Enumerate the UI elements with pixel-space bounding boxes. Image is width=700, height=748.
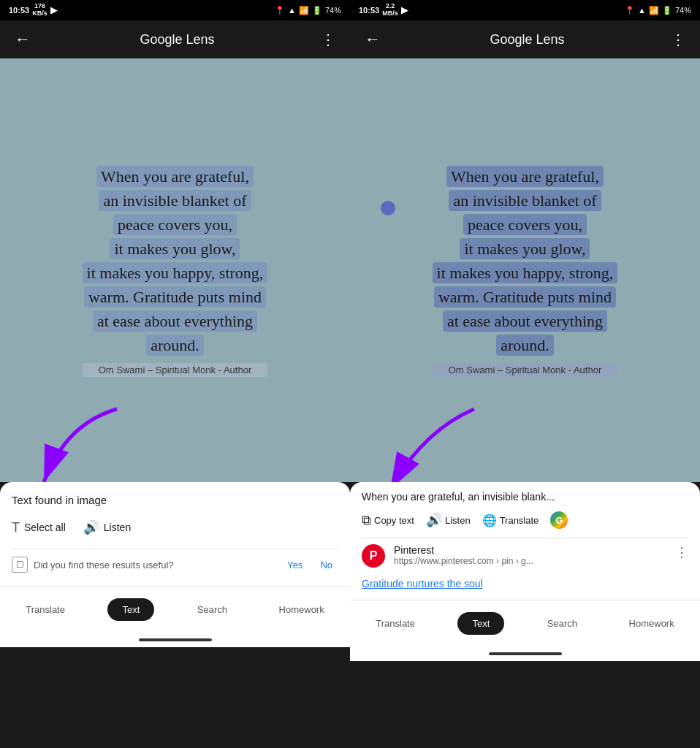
text-found-label: Text found in image: [12, 494, 338, 506]
speaker-icon-left: 🔊: [83, 519, 99, 535]
quote-line-3-right: peace covers you,: [463, 214, 587, 235]
image-area-right: When you are grateful, an invisible blan…: [350, 58, 700, 482]
nav-text-left[interactable]: Text: [107, 598, 154, 621]
google-button-right[interactable]: G: [550, 511, 568, 529]
select-all-label: Select all: [24, 522, 66, 533]
google-logo: G: [550, 511, 568, 529]
quote-line-4-right: it makes you glow,: [460, 238, 590, 259]
status-bar-left: 10:53 176KB/s ▶ 📍 ▲ 📶 🔋 74%: [0, 0, 350, 20]
quote-line-1-left: When you are grateful,: [96, 166, 254, 187]
nav-text-right[interactable]: Text: [457, 612, 504, 635]
battery-left: 🔋: [312, 6, 322, 15]
quote-line-5-right: it makes you happy, strong,: [433, 262, 618, 283]
quote-line-5-left: it makes you happy, strong,: [83, 262, 268, 283]
translate-button-right[interactable]: 🌐 Translate: [482, 514, 539, 527]
text-icon-left: T: [12, 520, 20, 535]
result-title: Pinterest: [394, 544, 666, 556]
arrow-left: [22, 402, 139, 482]
menu-button-left[interactable]: ⋮: [315, 25, 341, 54]
feedback-no-button[interactable]: No: [314, 558, 338, 572]
quote-line-1-right: When you are grateful,: [446, 166, 604, 187]
translate-icon-right: 🌐: [482, 514, 497, 527]
nav-homework-label-right: Homework: [629, 618, 674, 629]
time-right: 10:53: [359, 6, 379, 15]
bottom-area-right: When you are grateful, an invisible blan…: [350, 482, 700, 600]
nav-translate-label-left: Translate: [26, 604, 65, 615]
result-url: https://www.pinterest.com › pin › g...: [394, 556, 666, 566]
translate-label-right: Translate: [500, 515, 539, 526]
status-right-left: 📍 ▲ 📶 🔋 74%: [275, 6, 341, 15]
nav-translate-left[interactable]: Translate: [17, 598, 74, 621]
recording-icon-right: ▶: [401, 5, 408, 15]
back-button-left[interactable]: ←: [9, 24, 37, 55]
battery-right: 🔋: [662, 6, 672, 15]
quote-container-left: When you are grateful, an invisible blan…: [61, 150, 290, 392]
quote-line-2-right: an invisible blanket of: [449, 190, 601, 211]
copy-text-label: Copy text: [374, 515, 414, 526]
feedback-yes-button[interactable]: Yes: [281, 558, 308, 572]
lens-word-left: Lens: [186, 32, 215, 47]
copy-icon: ⧉: [362, 513, 371, 528]
right-panel: 10:53 2.2MB/s ▶ 📍 ▲ 📶 🔋 74% ← Google Len…: [350, 0, 700, 748]
data-speed-right: 2.2MB/s: [382, 3, 398, 18]
battery-pct-right: 74%: [675, 6, 691, 15]
home-bar-left: [139, 638, 212, 641]
home-bar-right: [489, 652, 562, 655]
attribution-right: Om Swami – Spiritual Monk - Author: [433, 363, 618, 377]
bottom-nav-left: Translate Text Search Homework: [0, 586, 350, 633]
search-result-item: P Pinterest https://www.pinterest.com › …: [362, 538, 688, 573]
home-indicator-left: [0, 633, 350, 647]
nav-search-right[interactable]: Search: [539, 612, 586, 635]
nav-translate-label-right: Translate: [376, 618, 415, 629]
home-indicator-right: [350, 646, 700, 661]
nav-search-left[interactable]: Search: [189, 598, 236, 621]
menu-button-right[interactable]: ⋮: [665, 25, 691, 54]
battery-pct-left: 74%: [325, 6, 341, 15]
wifi-icon-left: ▲: [288, 6, 296, 15]
bottom-nav-right: Translate Text Search Homework: [350, 600, 700, 646]
back-button-right[interactable]: ←: [359, 24, 387, 55]
quote-line-4-left: it makes you glow,: [110, 238, 240, 259]
location-icon-left: 📍: [275, 6, 285, 15]
listen-label-left: Listen: [104, 522, 131, 533]
status-left-right: 10:53 2.2MB/s ▶: [359, 3, 408, 18]
signal-icon-right: 📶: [649, 6, 659, 15]
action-row-right: ⧉ Copy text 🔊 Listen 🌐 Translate G: [362, 511, 688, 529]
listen-button-left[interactable]: 🔊 Listen: [83, 515, 131, 540]
selection-handle: [381, 201, 395, 215]
feedback-icon: ☐: [12, 557, 28, 573]
result-more-button[interactable]: ⋮: [675, 544, 688, 560]
top-bar-right: ← Google Lens ⋮: [350, 20, 700, 58]
google-word-left: Google: [140, 32, 186, 47]
quote-container-right: When you are grateful, an invisible blan…: [411, 150, 640, 392]
nav-search-label-left: Search: [197, 604, 227, 615]
quote-line-7-right: at ease about everything: [443, 310, 607, 332]
nav-homework-left[interactable]: Homework: [270, 598, 333, 621]
listen-button-right[interactable]: 🔊 Listen: [426, 512, 471, 528]
result-info: Pinterest https://www.pinterest.com › pi…: [394, 544, 666, 566]
copy-text-button[interactable]: ⧉ Copy text: [362, 513, 414, 528]
lens-word-right: Lens: [536, 32, 565, 47]
feedback-row: ☐ Did you find these results useful? Yes…: [12, 549, 338, 580]
arrow-right: [365, 402, 496, 482]
time-left: 10:53: [9, 6, 29, 15]
quote-line-6-left: warm. Gratitude puts mind: [84, 286, 266, 308]
listen-label-right: Listen: [445, 515, 471, 526]
data-speed-left: 176KB/s: [32, 3, 47, 18]
status-right-right: 📍 ▲ 📶 🔋 74%: [625, 6, 691, 15]
speaker-icon-right: 🔊: [426, 512, 442, 528]
nav-translate-right[interactable]: Translate: [367, 612, 424, 635]
select-all-button[interactable]: T Select all: [12, 515, 66, 540]
nav-homework-label-left: Homework: [279, 604, 324, 615]
quote-line-8-right: around.: [496, 335, 554, 356]
location-icon-right: 📍: [625, 6, 635, 15]
result-link[interactable]: Gratitude nurtures the soul: [362, 573, 688, 594]
pinterest-icon: P: [362, 544, 385, 568]
nav-homework-right[interactable]: Homework: [620, 612, 683, 635]
nav-search-label-right: Search: [547, 618, 577, 629]
title-left: Google Lens: [39, 32, 315, 47]
quote-line-7-left: at ease about everything: [93, 310, 257, 332]
wifi-icon-right: ▲: [638, 6, 646, 15]
nav-text-label-left: Text: [122, 604, 140, 615]
google-word-right: Google: [490, 32, 536, 47]
